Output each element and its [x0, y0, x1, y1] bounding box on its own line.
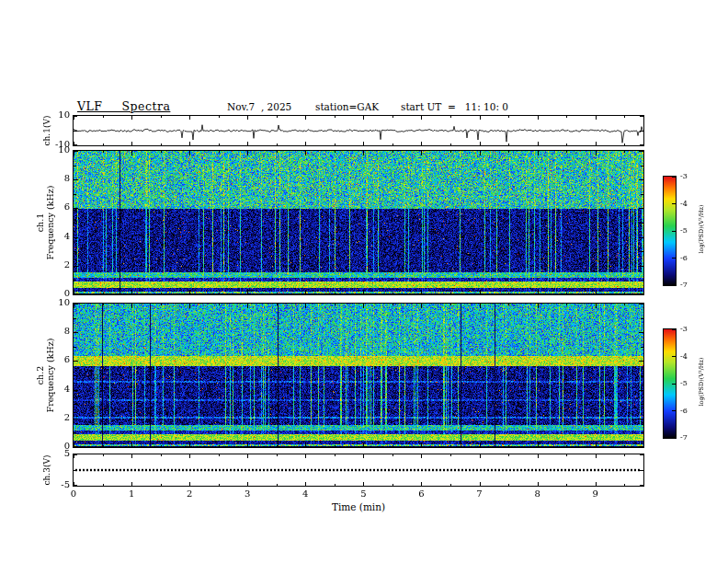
- colorbar1-tick-label--4: -4: [680, 200, 697, 209]
- colorbar2-tick-label--5: -5: [680, 379, 697, 388]
- chart-title: VLF Spectra: [77, 99, 170, 113]
- colorbar2-tick-label--4: -4: [680, 352, 697, 362]
- x-tick-label-7: 7: [474, 489, 485, 499]
- ch1-waveform-canvas: [74, 116, 643, 145]
- colorbar1-tick-label--5: -5: [680, 226, 697, 236]
- colorbar1-label: log(PSD)(V²/Hz): [699, 202, 705, 256]
- x-axis-label: Time (min): [313, 502, 404, 511]
- x-tick-label-9: 9: [590, 489, 601, 499]
- x-tick-label-4: 4: [300, 489, 311, 499]
- spec2-y-tick-label-6: 6: [50, 355, 70, 364]
- ch3-y-tick-label--5: -5: [46, 480, 70, 489]
- spec1-y-tick-label-6: 6: [50, 202, 70, 212]
- ch1-spectrogram-canvas: [74, 151, 643, 294]
- spec2-y-tick-label-10: 10: [50, 298, 70, 307]
- colorbar2-tick-label--3: -3: [680, 325, 697, 334]
- spec2-y-axis-label-line2: Frequency (kHz): [45, 304, 55, 447]
- spec1-y-tick-label-2: 2: [50, 260, 70, 270]
- colorbar1-canvas: [664, 177, 676, 285]
- spec1-y-axis-label-line1: ch.1: [35, 151, 45, 294]
- ch1-y-tick-label-10: 10: [46, 110, 70, 120]
- chart-date: Nov.7 , 2025: [227, 101, 291, 112]
- colorbar2-canvas: [664, 329, 676, 438]
- x-tick-label-6: 6: [415, 489, 427, 499]
- spec2-y-axis-label-line1: ch.2: [35, 304, 45, 447]
- spec1-y-tick-label-4: 4: [50, 232, 70, 241]
- x-tick-label-0: 0: [68, 489, 79, 499]
- ch1-y-tick-label--10: -10: [46, 140, 70, 149]
- spec1-y-tick-label-8: 8: [50, 174, 70, 183]
- spec2-y-tick-label-4: 4: [50, 385, 70, 394]
- x-tick-label-3: 3: [242, 489, 253, 499]
- spec1-y-axis-label-line2: Frequency (kHz): [45, 151, 55, 294]
- ch2-spectrogram-canvas: [74, 304, 643, 447]
- colorbar2-label: log(PSD)(V²/Hz): [699, 355, 705, 408]
- station-label: station=GAK: [315, 101, 379, 112]
- x-tick-label-1: 1: [126, 489, 137, 499]
- colorbar2-tick-label--6: -6: [680, 407, 697, 416]
- spec2-y-axis-label: ch.2 Frequency (kHz): [35, 304, 55, 447]
- x-tick-label-8: 8: [532, 489, 543, 499]
- ch3-waveform-canvas: [74, 454, 643, 486]
- spec2-y-tick-label-8: 8: [50, 327, 70, 336]
- colorbar2-tick-label--7: -7: [680, 433, 697, 442]
- x-tick-label-5: 5: [358, 489, 369, 499]
- x-tick-label-2: 2: [184, 489, 195, 499]
- spec2-y-tick-label-2: 2: [50, 413, 70, 422]
- start-ut-label: start UT = 11: 10: 0: [401, 101, 508, 112]
- colorbar1-tick-label--6: -6: [680, 254, 697, 263]
- vlf-spectra-figure: VLF Spectra Nov.7 , 2025 station=GAK sta…: [0, 0, 728, 563]
- colorbar1-tick-label--7: -7: [680, 281, 697, 290]
- ch3-y-tick-label-5: 5: [46, 449, 70, 458]
- spec1-y-axis-label: ch.1 Frequency (kHz): [35, 151, 55, 294]
- colorbar1-tick-label--3: -3: [680, 172, 697, 181]
